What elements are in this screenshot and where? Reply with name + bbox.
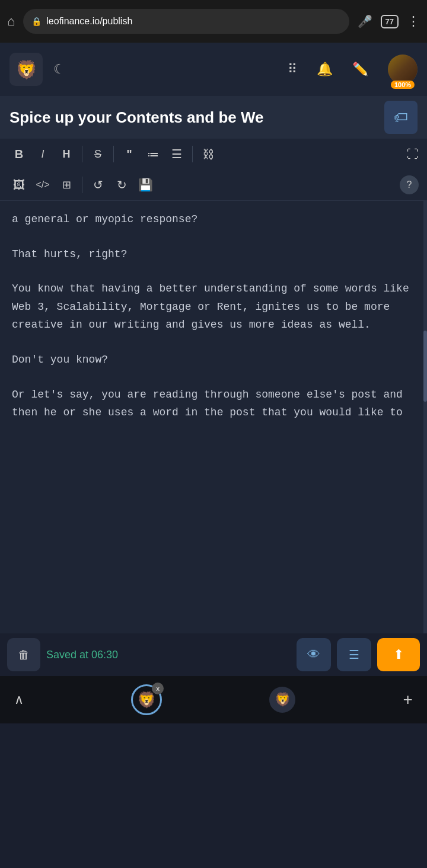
browser-bar: ⌂ 🔒 leofinance.io/publish 🎤 77 ⋮ bbox=[0, 0, 427, 43]
tag-button[interactable]: 🏷 bbox=[384, 101, 418, 134]
logo[interactable]: 🦁 bbox=[9, 53, 43, 86]
save-button[interactable]: 💾 bbox=[135, 174, 156, 196]
link-button[interactable]: ⛓ bbox=[197, 143, 219, 165]
bottom-toolbar: 🗑 Saved at 06:30 👁 ☰ ⬆ bbox=[0, 633, 427, 676]
scrollbar-thumb[interactable] bbox=[423, 331, 427, 402]
italic-button[interactable]: I bbox=[32, 143, 53, 165]
percent-badge: 100% bbox=[391, 81, 415, 89]
undo-button[interactable]: ↺ bbox=[87, 174, 109, 196]
code-button[interactable]: </> bbox=[32, 174, 53, 196]
expand-button[interactable]: ⛶ bbox=[407, 148, 419, 161]
divider-1 bbox=[82, 146, 82, 162]
publish-button[interactable]: ⬆ bbox=[377, 638, 420, 671]
table-button[interactable]: ⊞ bbox=[56, 174, 77, 196]
lion-icon: 🦁 bbox=[15, 59, 37, 80]
toolbar-row-1: B I H S " ≔ ☰ ⛓ ⛶ bbox=[0, 139, 427, 169]
delete-button[interactable]: 🗑 bbox=[7, 638, 40, 671]
unordered-list-button[interactable]: ☰ bbox=[166, 143, 187, 165]
title-bar: Spice up your Contents and be We 🏷 bbox=[0, 96, 427, 139]
toolbar-row-2: 🖼 </> ⊞ ↺ ↻ 💾 ? bbox=[0, 169, 427, 200]
editor-paragraph-2: That hurts, right? bbox=[12, 245, 415, 264]
upload-icon: ⬆ bbox=[393, 647, 404, 662]
trash-icon: 🗑 bbox=[18, 648, 30, 662]
mic-icon[interactable]: 🎤 bbox=[358, 14, 372, 28]
nav-secondary-icon: 🦁 bbox=[275, 692, 291, 707]
tabs-badge[interactable]: 77 bbox=[381, 15, 399, 28]
url-text: leofinance.io/publish bbox=[46, 16, 132, 27]
lock-icon: 🔒 bbox=[31, 17, 42, 26]
grid-icon[interactable]: ⠿ bbox=[288, 62, 297, 77]
help-button[interactable]: ? bbox=[400, 175, 419, 194]
divider-3 bbox=[192, 146, 193, 162]
list-icon: ☰ bbox=[349, 648, 359, 662]
page-title[interactable]: Spice up your Contents and be We bbox=[9, 108, 378, 127]
outline-button[interactable]: ☰ bbox=[337, 638, 371, 671]
avatar-wrapper[interactable]: 100% bbox=[388, 55, 418, 84]
nav-close-icon[interactable]: x bbox=[152, 683, 164, 694]
divider-2 bbox=[113, 146, 114, 162]
moon-icon[interactable]: ☾ bbox=[53, 62, 65, 77]
nav-logo-active[interactable]: 🦁 x bbox=[131, 684, 162, 715]
strikethrough-button[interactable]: S bbox=[87, 143, 109, 165]
toolbar: B I H S " ≔ ☰ ⛓ ⛶ 🖼 </> ⊞ ↺ ↻ 💾 ? bbox=[0, 139, 427, 201]
nav-logo-secondary[interactable]: 🦁 bbox=[269, 687, 295, 713]
quote-button[interactable]: " bbox=[119, 143, 140, 165]
app-header: 🦁 ☾ ⠿ 🔔 ✏️ 100% bbox=[0, 43, 427, 96]
mobile-nav: ∧ 🦁 x 🦁 + bbox=[0, 676, 427, 723]
scrollbar[interactable] bbox=[423, 201, 427, 633]
editor-paragraph-4: Don't you know? bbox=[12, 351, 415, 369]
bell-icon[interactable]: 🔔 bbox=[317, 62, 333, 77]
redo-button[interactable]: ↻ bbox=[111, 174, 132, 196]
nav-up-button[interactable]: ∧ bbox=[14, 692, 24, 707]
nav-lion-icon: 🦁 bbox=[137, 691, 156, 709]
bold-button[interactable]: B bbox=[8, 143, 30, 165]
editor-paragraph-1: a general or myopic response? bbox=[12, 210, 415, 229]
ordered-list-button[interactable]: ≔ bbox=[142, 143, 164, 165]
avatar[interactable] bbox=[388, 55, 418, 84]
editor-paragraph-3: You know that having a better understand… bbox=[12, 280, 415, 334]
nav-plus-button[interactable]: + bbox=[403, 690, 413, 709]
more-icon[interactable]: ⋮ bbox=[407, 14, 420, 29]
image-button[interactable]: 🖼 bbox=[8, 174, 30, 196]
pencil-icon[interactable]: ✏️ bbox=[352, 62, 368, 77]
editor-area[interactable]: a general or myopic response? That hurts… bbox=[0, 201, 427, 633]
url-bar[interactable]: 🔒 leofinance.io/publish bbox=[23, 9, 349, 34]
divider-4 bbox=[82, 177, 82, 193]
tag-icon: 🏷 bbox=[394, 109, 408, 126]
preview-button[interactable]: 👁 bbox=[297, 638, 331, 671]
heading-button[interactable]: H bbox=[56, 143, 77, 165]
home-icon[interactable]: ⌂ bbox=[7, 14, 15, 29]
editor-paragraph-5: Or let's say, you are reading through so… bbox=[12, 386, 415, 422]
eye-icon: 👁 bbox=[307, 647, 320, 662]
saved-status: Saved at 06:30 bbox=[46, 649, 118, 661]
